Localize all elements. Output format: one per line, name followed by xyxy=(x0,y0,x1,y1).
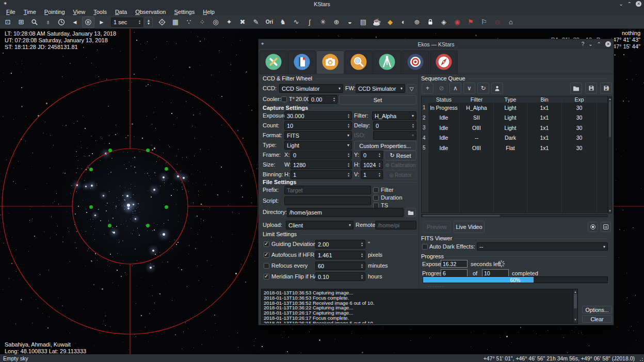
toggle-ground-icon[interactable]: ◒ xyxy=(344,17,356,28)
format-select[interactable]: FITS▾ xyxy=(284,131,352,140)
clear-log-button[interactable]: Clear xyxy=(582,315,612,323)
live-video-button[interactable]: Live Video xyxy=(454,221,485,233)
refocus-every-input[interactable]: 60▴▾ xyxy=(315,261,365,270)
tab-mount[interactable] xyxy=(373,51,401,74)
auto-dark-checkbox[interactable] xyxy=(422,244,428,250)
menu-help[interactable]: Help xyxy=(199,9,219,15)
spin-arrows[interactable]: ▴▾ xyxy=(348,162,349,167)
spin-arrows[interactable]: ▴▾ xyxy=(379,153,380,157)
size-h-input[interactable]: 1024▴▾ xyxy=(361,160,383,169)
hips-overlay-icon[interactable]: ◉ xyxy=(451,17,463,28)
time-step-forward-icon[interactable]: ▶ xyxy=(95,17,108,28)
autofocus-hfr-input[interactable]: 1.461▴▾ xyxy=(315,251,365,259)
toggle-comets-icon[interactable]: ✦ xyxy=(223,17,235,28)
close-button[interactable]: ✕ xyxy=(636,1,641,7)
sequence-queue-table[interactable]: StatusFilterTypeBinExp 1In ProgressH_Alp… xyxy=(421,96,608,213)
table-row[interactable]: 2IdleSIILight1x130 xyxy=(422,113,607,123)
add-flag-icon[interactable]: ⚑ xyxy=(464,17,477,28)
lock-position-icon[interactable] xyxy=(424,17,437,28)
table-row[interactable]: 5IdleOIIIFlat1x130 xyxy=(422,143,607,153)
binning-v-input[interactable]: 1▴▾ xyxy=(361,170,383,179)
browse-directory-button[interactable] xyxy=(406,208,416,217)
upload-mode-select[interactable]: Client▾ xyxy=(286,221,353,229)
toggle-supernovae-icon[interactable]: ✳ xyxy=(317,17,329,28)
set-temperature-button[interactable]: Set xyxy=(339,95,416,105)
remove-flag-icon[interactable]: ⊖ xyxy=(491,17,504,28)
toggle-star-clusters-icon[interactable]: ⁘ xyxy=(196,17,208,28)
time-step-input[interactable]: 1 sec ▴▾ xyxy=(111,18,143,27)
exposure-input[interactable]: 30.000▴▾ xyxy=(284,111,352,120)
filter-wheel-select[interactable]: CCD Simulator▾ xyxy=(356,84,405,93)
filter-select[interactable]: H_Alpha▾ xyxy=(372,111,416,120)
ekos-minimize-button[interactable]: ⌄ xyxy=(588,41,592,47)
toggle-asteroids-icon[interactable]: ✖ xyxy=(236,17,249,28)
tab-align[interactable] xyxy=(401,51,429,74)
filter-manager-button[interactable]: ▽ xyxy=(407,84,416,93)
temperature-setpoint-input[interactable]: 0.00▴▾ xyxy=(309,95,337,104)
calibration-button[interactable]: ⚙Calibration xyxy=(384,160,416,170)
time-step-backward-icon[interactable]: ◀ xyxy=(69,17,81,28)
save-sequence-as-button[interactable] xyxy=(600,83,612,94)
effects-select[interactable]: --▾ xyxy=(477,242,608,251)
ekos-close-button[interactable]: ✕ xyxy=(605,41,611,47)
observer-button[interactable] xyxy=(491,83,503,94)
telescope-crosshair-icon[interactable]: ⊕ xyxy=(411,17,423,28)
table-vertical-scrollbar[interactable]: ▲▼ xyxy=(608,96,612,213)
table-row[interactable]: 3IdleOIIILight1x130 xyxy=(422,123,607,133)
size-w-input[interactable]: 1280▴▾ xyxy=(291,160,352,169)
table-horizontal-scrollbar[interactable] xyxy=(421,214,608,217)
spin-arrows[interactable]: ▴▾ xyxy=(361,264,363,268)
capture-log[interactable]: 2018-01-13T10:36:53 Capturing image...20… xyxy=(261,289,578,324)
menu-file[interactable]: File xyxy=(2,9,20,15)
column-header-type[interactable]: Type xyxy=(494,96,527,103)
refocus-every-checkbox[interactable] xyxy=(264,263,269,269)
time-info-box[interactable]: LT: 10:28:08 AM Saturday, January 13, 20… xyxy=(3,30,118,51)
spin-arrows[interactable]: ▴▾ xyxy=(379,162,380,167)
time-step-updown-button[interactable]: ▲▼ xyxy=(144,17,153,27)
filter-suffix-checkbox[interactable] xyxy=(373,187,379,193)
column-header-bin[interactable]: Bin xyxy=(527,96,562,103)
toggle-constellation-lines-icon[interactable]: ✎ xyxy=(250,17,262,28)
table-row[interactable]: 4Idle--Dark1x130 xyxy=(422,133,607,143)
table-row[interactable]: 1In ProgressH_AlphaLight1x130 xyxy=(422,103,607,113)
stop-capture-button[interactable] xyxy=(588,222,598,232)
remove-job-button[interactable]: ⊘ xyxy=(436,83,447,94)
ekos-maximize-button[interactable]: ⌃ xyxy=(597,41,601,47)
location-info-box[interactable]: Sabahiya, Ahmadi, Kuwait Long: 48.100833… xyxy=(3,341,88,354)
find-object-icon[interactable] xyxy=(28,17,41,28)
options-button[interactable]: Options... xyxy=(582,306,612,314)
spin-arrows[interactable]: ▴▾ xyxy=(361,253,363,257)
spin-arrows[interactable]: ▴▾ xyxy=(348,153,349,157)
spin-arrows[interactable]: ▴▾ xyxy=(379,172,380,177)
minimize-button[interactable]: ⌄ xyxy=(619,1,623,7)
move-job-up-button[interactable]: ∧ xyxy=(449,83,461,94)
menu-data[interactable]: Data xyxy=(111,9,131,15)
dome-control-icon[interactable]: ⌂ xyxy=(505,17,517,28)
menu-observation[interactable]: Observation xyxy=(131,9,170,15)
reset-frame-button[interactable]: ↻Reset xyxy=(384,151,416,160)
resize-grip[interactable] xyxy=(638,356,643,361)
add-job-button[interactable]: + xyxy=(422,83,433,94)
maximize-button[interactable]: ⌃ xyxy=(627,1,632,7)
spin-arrows[interactable]: ▴▾ xyxy=(333,97,335,102)
cooler-checkbox[interactable] xyxy=(281,96,287,102)
toggle-nebulae-icon[interactable]: ◎ xyxy=(210,17,222,28)
custom-properties-button[interactable]: Custom Properties... xyxy=(354,141,416,151)
menu-pointing[interactable]: Pointing xyxy=(40,9,69,15)
geographic-location-icon[interactable]: ♁ xyxy=(42,17,54,28)
toggle-milky-way-icon[interactable]: ʃ xyxy=(303,17,316,28)
column-header-filter[interactable]: Filter xyxy=(460,96,494,103)
toggle-info-boxes-icon[interactable]: ▤ xyxy=(357,17,369,28)
delay-input[interactable]: 0▴▾ xyxy=(373,121,416,130)
sky-image-icon[interactable]: ▦ xyxy=(169,17,182,28)
frame-y-input[interactable]: 0▴▾ xyxy=(361,151,383,159)
toggle-equatorial-grid-icon[interactable]: ⊕ xyxy=(330,17,343,28)
binning-h-input[interactable]: 1▴▾ xyxy=(291,170,352,179)
tab-guide[interactable] xyxy=(430,51,458,74)
whats-interesting-icon[interactable]: ☕ xyxy=(371,17,383,28)
toggle-stars-icon[interactable]: ∵ xyxy=(183,17,195,28)
spin-arrows[interactable]: ▴▾ xyxy=(348,172,349,177)
zenith-icon[interactable] xyxy=(156,17,168,28)
toggle-clock-icon[interactable] xyxy=(82,17,94,28)
fov-editor-icon[interactable]: ⊞ xyxy=(15,17,27,28)
